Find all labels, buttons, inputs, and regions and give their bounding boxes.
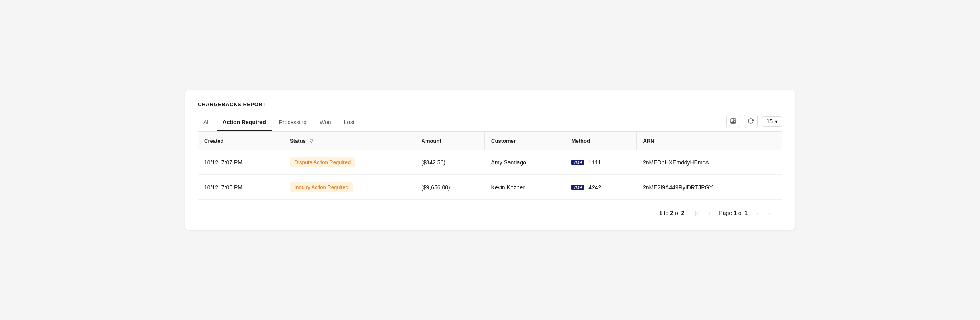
tab-won[interactable]: Won — [314, 116, 337, 131]
cell-amount: ($342.56) — [415, 150, 485, 175]
status-badge: Dispute Action Required — [290, 157, 355, 167]
tab-action-required[interactable]: Action Required — [217, 116, 272, 131]
cell-method: VISA 4242 — [565, 175, 636, 200]
tab-lost[interactable]: Lost — [338, 116, 360, 131]
cell-customer: Amy Santiago — [485, 150, 565, 175]
tabs-left: AllAction RequiredProcessingWonLost — [198, 116, 726, 131]
last-page-button[interactable]: ›| — [765, 207, 776, 219]
status-badge: Inquiry Action Required — [290, 182, 353, 192]
cell-customer: Kevin Kozner — [485, 175, 565, 200]
prev-page-button[interactable]: ‹ — [703, 207, 715, 219]
tabs-row: AllAction RequiredProcessingWonLost — [198, 115, 782, 132]
tab-all[interactable]: All — [198, 116, 215, 131]
chevron-down-icon: ▾ — [775, 118, 778, 125]
download-button[interactable] — [726, 115, 740, 128]
tabs-right: 15 ▾ — [726, 115, 782, 131]
pagination-total: 2 — [681, 210, 685, 216]
cell-method: VISA 1111 — [565, 150, 636, 175]
footer-row: 1 to 2 of 2 |‹ ‹ Page 1 of 1 › ›| — [198, 200, 782, 220]
table-body: 10/12, 7:07 PM Dispute Action Required (… — [198, 150, 782, 200]
col-status: Status ▽ — [283, 132, 415, 150]
tab-processing[interactable]: Processing — [273, 116, 312, 131]
pagination-range-end: 2 — [670, 210, 673, 216]
table-row[interactable]: 10/12, 7:05 PM Inquiry Action Required (… — [198, 175, 782, 200]
current-page: 1 — [734, 210, 737, 216]
col-created: Created — [198, 132, 283, 150]
pagination-range-start: 1 — [659, 210, 662, 216]
page-size-select[interactable]: 15 ▾ — [762, 116, 782, 127]
visa-logo: VISA — [571, 160, 584, 165]
report-title: CHARGEBACKS REPORT — [198, 101, 782, 107]
cell-created: 10/12, 7:05 PM — [198, 175, 283, 200]
status-filter-icon[interactable]: ▽ — [310, 139, 313, 144]
next-page-button[interactable]: › — [752, 207, 763, 219]
page-size-value: 15 — [766, 118, 773, 125]
download-icon — [730, 118, 736, 125]
cell-status: Inquiry Action Required — [283, 175, 415, 200]
table-row[interactable]: 10/12, 7:07 PM Dispute Action Required (… — [198, 150, 782, 175]
chargebacks-report-card: CHARGEBACKS REPORT AllAction RequiredPro… — [185, 90, 795, 230]
refresh-button[interactable] — [744, 115, 758, 128]
refresh-icon — [748, 118, 754, 125]
table-header-row: Created Status ▽ Amount Customer Method — [198, 132, 782, 150]
cell-created: 10/12, 7:07 PM — [198, 150, 283, 175]
col-amount: Amount — [415, 132, 485, 150]
total-pages: 1 — [744, 210, 748, 216]
col-arn: ARN — [636, 132, 782, 150]
card-last4: 1111 — [588, 159, 601, 166]
cell-status: Dispute Action Required — [283, 150, 415, 175]
col-method: Method — [565, 132, 636, 150]
col-customer: Customer — [485, 132, 565, 150]
page-label: Page 1 of 1 — [716, 210, 750, 216]
cell-arn: 2nME2I9A449RyIDRTJPGY... — [636, 175, 782, 200]
visa-logo: VISA — [571, 185, 584, 190]
card-last4: 4242 — [588, 184, 601, 191]
table-wrap: Created Status ▽ Amount Customer Method — [198, 132, 782, 200]
page-nav: |‹ ‹ Page 1 of 1 › ›| — [691, 207, 776, 219]
first-page-button[interactable]: |‹ — [691, 207, 702, 219]
pagination-summary: 1 to 2 of 2 — [659, 210, 684, 216]
cell-amount: ($9,656.00) — [415, 175, 485, 200]
cell-arn: 2nMEDpHXEmddyHEmcA... — [636, 150, 782, 175]
chargebacks-table: Created Status ▽ Amount Customer Method — [198, 132, 782, 200]
